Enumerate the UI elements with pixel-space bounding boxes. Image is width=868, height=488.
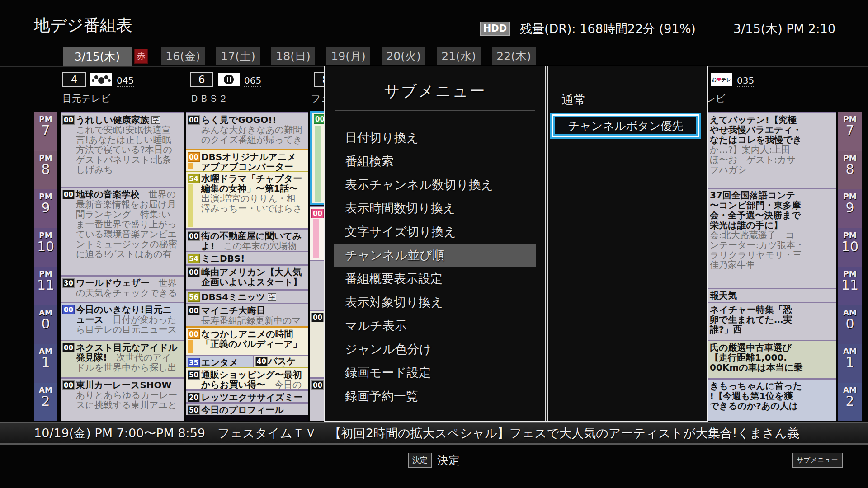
program-text: 地球の音楽学校 世界の最新音楽情報をお届け月間ランキング 特集:いま一番世界で盛…	[61, 188, 184, 259]
time-band-PM11: PM11	[34, 267, 57, 305]
program-column-2: 00らく見でGOGO!!みんな大好きなあの難問のクイズ番組が帰ってき00DBSオ…	[186, 112, 308, 421]
option-normal[interactable]: 通常	[561, 92, 586, 108]
channel-name-1: 目元テレビ	[62, 92, 110, 105]
channel-logo-4: お♥テレ	[711, 73, 732, 86]
program-cell[interactable]: 37回全国落語コンテ〜コンビ部門・東多摩会・全予選〜決勝まで栄光は誰の手に】会:…	[707, 188, 836, 288]
program-cell[interactable]: 50通販ショッピング〜最初からお買い得〜 今日の	[186, 367, 308, 389]
channel-code-1: 045	[117, 75, 134, 87]
program-cell[interactable]: 00今日のいきなり!目元ニュース 日付が変わったら目テレの目元ニュース	[61, 302, 184, 340]
channel-code-2: 065	[244, 75, 261, 87]
program-text: DBSオリジナルアニメ アブアブコンバーター	[186, 150, 308, 171]
date-tab-22(木)[interactable]: 22(木)	[492, 47, 536, 65]
program-cell[interactable]: 00DBSオリジナルアニメ アブアブコンバーター	[186, 149, 308, 171]
time-period-label: AM	[843, 386, 857, 394]
program-text: 東川カーレースSHOWありとあらゆるカーレースに挑戦する東川アユと	[61, 379, 184, 410]
hdd-capacity-text: 残量(DR): 168時間22分 (91%)	[520, 21, 696, 37]
submenu-item-5[interactable]: 文字サイズ切り換え	[334, 220, 536, 244]
caption-mark: 字	[268, 293, 276, 301]
program-cell[interactable]: 56DBS4ミニッツ字	[186, 289, 308, 303]
submenu-title: サブメニュー	[325, 81, 545, 102]
submenu-item-1[interactable]: 日付切り換え	[334, 126, 536, 150]
start-minute-badge: 50	[188, 405, 200, 415]
time-hour-label: 8	[845, 162, 854, 177]
program-text-line: 会・全予選〜決勝まで	[707, 210, 836, 220]
submenu-item-11[interactable]: 録画モード設定	[334, 361, 536, 385]
time-band-AM0: AM0	[34, 305, 57, 344]
time-band-AM0: AM0	[838, 305, 862, 344]
enter-button[interactable]: 決定	[408, 453, 432, 468]
time-period-label: AM	[843, 309, 857, 317]
date-tab-16(金)[interactable]: 16(金)	[161, 47, 205, 65]
channel-name-2: ＤＢＳ２	[190, 92, 228, 105]
submenu-item-6[interactable]: チャンネル並び順	[334, 244, 536, 267]
time-period-label: PM	[39, 231, 52, 239]
program-cell[interactable]: 54ミニDBS!	[186, 251, 308, 264]
program-text: 通販ショッピング〜最初からお買い得〜 今日の	[186, 368, 308, 389]
program-cell[interactable]: 00街の不動産屋に聞いてみよ! この年末の穴場物	[186, 228, 308, 251]
time-band-PM7: PM7	[34, 112, 57, 151]
program-cell-segment[interactable]: 40バスケの時	[253, 356, 308, 367]
program-text: マイニチ大晦日長寿番組記録更新中のマ	[186, 304, 308, 325]
program-column-4: えてバッテン!【究極やせ我慢バラエティ・なたはコレを我慢できか…?】案内人:上田…	[707, 112, 836, 421]
date-tab-20(火)[interactable]: 20(火)	[382, 47, 425, 65]
program-cell[interactable]: えてバッテン!【究極やせ我慢バラエティ・なたはコレを我慢できか…?】案内人:上田…	[707, 112, 836, 188]
program-cell[interactable]: 00うれしい健康家族字これで安眠!安眠快適宣言!あなたは正しい睡眠方法で寝ている…	[61, 112, 184, 187]
date-tab-18(日)[interactable]: 18(日)	[271, 47, 315, 65]
channel-number-1: 4	[62, 72, 86, 87]
program-cell[interactable]: 00峰由アメリカン【大人気企画いよいよスタート】	[186, 264, 308, 289]
date-tab-19(月)[interactable]: 19(月)	[326, 47, 370, 65]
program-cell[interactable]: 報天気	[707, 288, 836, 302]
submenu-item-9[interactable]: マルチ表示	[334, 314, 536, 338]
program-cell[interactable]: 00らく見でGOGO!!みんな大好きなあの難問のクイズ番組が帰ってき	[186, 112, 308, 149]
program-cell[interactable]: 00なつかしアニメの時間「正義のバルディーア」	[186, 326, 308, 355]
submenu-button[interactable]: サブメニュー	[792, 453, 843, 468]
start-minute-badge: 40	[255, 357, 268, 366]
program-text-line: できるのか?あの人は	[707, 401, 836, 411]
program-cell[interactable]: 00地球の音楽学校 世界の最新音楽情報をお届け月間ランキング 特集:いま一番世界…	[61, 187, 184, 275]
program-cell[interactable]: 54水曜ドラマ「チャプター編集の女神」〜第1話〜 出演:増宮のりりん・相澤みっち…	[186, 171, 308, 228]
submenu-item-12[interactable]: 録画予約一覧	[334, 385, 536, 408]
program-cell[interactable]: ネイチャー特集「恐卵で生まれてた…実誰?」西	[707, 302, 836, 340]
page-title: 地デジ番組表	[34, 14, 132, 37]
date-tab-active[interactable]: 3/15(木)	[63, 47, 132, 67]
program-text-line: 栄光は誰の手に】	[707, 220, 836, 230]
program-cell[interactable]: 20レッツエクササイズミー	[186, 389, 308, 402]
clock-datetime: 3/15(木) PM 2:10	[733, 21, 835, 37]
program-cell[interactable]: 00マイニチ大晦日長寿番組記録更新中のマ	[186, 303, 308, 326]
start-minute-badge: 54	[188, 254, 200, 263]
program-text: 水曜ドラマ「チャプター編集の女神」〜第1話〜 出演:増宮のりりん・相澤みっちー・…	[186, 172, 308, 213]
program-text-line: なたはコレを我慢でき	[707, 135, 836, 145]
program-text-line: 37回全国落語コンテ	[707, 190, 836, 200]
program-cell[interactable]: 50今日のプロフィール	[186, 402, 308, 415]
date-tab-17(土)[interactable]: 17(土)	[216, 47, 260, 65]
program-text-line: か…?】案内人:上田	[707, 145, 836, 155]
submenu-item-3[interactable]: 表示チャンネル数切り換え	[334, 173, 536, 197]
time-band-PM9: PM9	[34, 189, 57, 228]
submenu-item-8[interactable]: 表示対象切り換え	[334, 291, 536, 314]
channel-code-4: 035	[737, 75, 754, 87]
submenu-item-7[interactable]: 番組概要表示設定	[334, 267, 536, 291]
red-button-indicator: 赤	[134, 49, 148, 64]
time-hour-label: 11	[37, 278, 54, 292]
time-band-PM8: PM8	[838, 151, 862, 190]
program-text-line: 〜コンビ部門・東多摩	[707, 200, 836, 210]
program-text-line: 【走行距離1,000.	[707, 352, 836, 362]
genre-stripe	[188, 340, 193, 353]
program-cell[interactable]: 35エンタメ40バスケの時	[186, 355, 308, 367]
submenu-item-2[interactable]: 番組検索	[334, 150, 536, 173]
option-channel-button-priority[interactable]: チャンネルボタン優先	[550, 113, 701, 139]
program-cell[interactable]: きもっちゃんに首った!【今週も第1位を獲できるのか?あの人は	[707, 378, 836, 421]
start-minute-badge: 00	[62, 190, 75, 199]
program-text: レッツエクササイズミー	[186, 391, 308, 402]
program-cell[interactable]: 30ワールドウェザー 世界の天気をチェックできる	[61, 275, 184, 302]
program-text: DBS4ミニッツ字	[186, 291, 308, 302]
submenu-item-4[interactable]: 表示時間数切り換え	[334, 197, 536, 220]
program-text-line: 誰?」西	[707, 324, 836, 334]
program-cell[interactable]: 00東川カーレースSHOWありとあらゆるカーレースに挑戦する東川アユと	[61, 377, 184, 421]
date-tab-21(水)[interactable]: 21(水)	[437, 47, 481, 65]
program-cell[interactable]: 氏の厳選中古車選び【走行距離1,000.00Kmの車は本当に乗	[707, 340, 836, 378]
submenu-item-10[interactable]: ジャンル色分け	[334, 338, 536, 361]
start-minute-badge: 54	[188, 174, 200, 183]
program-text-line: ネイチャー特集「恐	[707, 305, 836, 314]
program-cell[interactable]: 00ネクスト目元なアイドル発見隊! 次世代のアイドルを世界中から探し出	[61, 340, 184, 377]
